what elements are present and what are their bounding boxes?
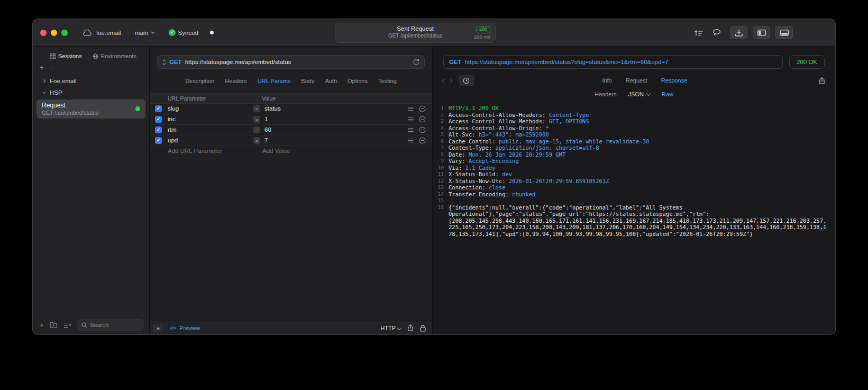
toggle-sidebar-button[interactable] (753, 26, 770, 39)
search-icon (81, 322, 87, 328)
sidebar: Sessions Environments + – Foe. (33, 47, 150, 334)
view-options-icon[interactable] (63, 322, 71, 328)
sidebar-search[interactable] (77, 319, 144, 331)
response-tab-request[interactable]: Request (626, 77, 647, 84)
remove-param-button[interactable] (419, 137, 426, 144)
param-enabled-checkbox[interactable] (155, 137, 162, 144)
add-request-button[interactable]: + (40, 321, 44, 329)
lock-icon[interactable] (420, 324, 426, 332)
request-list-item-selected[interactable]: Request GET /api/embed/status (36, 99, 145, 119)
response-line-8: 8Date: Mon, 26 Jan 2026 20:29:59 GMT (436, 151, 828, 158)
sidebar-search-input[interactable] (90, 322, 140, 328)
tab-environments[interactable]: Environments (93, 53, 136, 59)
sync-status[interactable]: Synced (169, 29, 198, 36)
param-enabled-checkbox[interactable] (155, 105, 162, 112)
sent-request-pill[interactable]: Sent Request 200 GET /api/embed/status 2… (335, 23, 496, 43)
editor-tab-testing[interactable]: Testing (378, 78, 397, 84)
line-number: 7 (436, 144, 449, 151)
branch-selector[interactable]: main (135, 30, 155, 36)
new-folder-button[interactable] (50, 322, 58, 328)
import-request-button[interactable] (730, 26, 747, 39)
param-value-field[interactable]: 7 (264, 137, 268, 144)
collapse-editor-button[interactable] (153, 324, 163, 332)
zoom-window-button[interactable] (61, 30, 68, 36)
param-name-field[interactable]: inc (168, 116, 176, 122)
editor-tab-options[interactable]: Options (348, 78, 368, 84)
tree-group-foe-email[interactable]: Foe.email (33, 75, 149, 87)
param-value-field[interactable]: 1 (264, 116, 268, 123)
line-number: 9 (436, 158, 449, 165)
response-url: https://statuspage.me/api/embed/status?s… (465, 59, 669, 65)
value-type-icon: = (253, 105, 260, 112)
editor-tab-description[interactable]: Description (185, 78, 214, 84)
remove-session-button[interactable]: – (51, 65, 54, 70)
editor-tab-auth[interactable]: Auth (325, 78, 337, 84)
tab-sessions[interactable]: Sessions (50, 53, 82, 59)
drag-handle-icon[interactable] (408, 106, 414, 111)
response-line-2: 2Access-Control-Allow-Headers: Content-T… (436, 112, 828, 119)
param-enabled-checkbox[interactable] (155, 116, 162, 123)
remove-param-button[interactable] (419, 116, 426, 123)
param-name-field[interactable]: rtm (168, 126, 177, 133)
response-url-field[interactable]: GET https://statuspage.me/api/embed/stat… (443, 55, 783, 69)
remove-param-button[interactable] (419, 105, 426, 112)
share-request-icon[interactable] (407, 324, 414, 332)
lasso-tool-icon[interactable] (712, 29, 721, 37)
drag-handle-icon[interactable] (408, 128, 414, 132)
response-subtab-headers[interactable]: Headers (595, 91, 617, 97)
protocol-selector[interactable]: HTTP (380, 325, 401, 331)
minimize-window-button[interactable] (51, 30, 57, 36)
param-name-field[interactable]: slug (168, 105, 179, 112)
response-tab-response[interactable]: Response (661, 77, 688, 84)
sent-request-subtitle: GET /api/embed/status (335, 33, 495, 39)
tree-group-hsp[interactable]: HSP (33, 87, 149, 98)
toggle-bottom-panel-button[interactable] (775, 26, 793, 39)
param-value-field[interactable]: 60 (264, 126, 271, 133)
add-param-name-placeholder[interactable]: Add URL Parameter (168, 148, 222, 154)
add-param-row[interactable]: Add URL Parameter Add Value (150, 146, 432, 157)
param-value-field[interactable]: status (264, 105, 281, 112)
drag-handle-icon[interactable] (408, 117, 414, 122)
chevron-down-icon (42, 91, 46, 94)
export-response-button[interactable] (815, 75, 829, 86)
add-session-button[interactable]: + (40, 65, 44, 70)
app-window: foe.email main Synced Sent Request 200 G… (32, 19, 836, 335)
add-param-value-placeholder[interactable]: Add Value (262, 148, 290, 154)
remove-param-button[interactable] (419, 126, 426, 133)
preview-button[interactable]: </> Preview (170, 325, 200, 331)
response-line-13: 13Connection: close (436, 184, 828, 191)
response-status-badge: 200 OK (789, 55, 825, 69)
chevron-right-icon (42, 79, 46, 84)
editor-tab-headers[interactable]: Headers (225, 78, 247, 84)
line-number: 14 (436, 191, 449, 198)
environments-globe-icon (93, 53, 98, 59)
editor-tab-url-params[interactable]: URL Params (258, 78, 291, 84)
history-back-button[interactable]: ‹ (439, 76, 447, 85)
resend-request-button[interactable] (413, 59, 419, 66)
line-number: 3 (436, 118, 449, 125)
line-number: 16 (436, 204, 449, 238)
line-number: 13 (436, 184, 449, 191)
request-method[interactable]: GET (169, 59, 182, 65)
preview-label: Preview (179, 325, 200, 331)
response-subtab-json[interactable]: JSON (628, 91, 650, 97)
param-name-field[interactable]: upd (168, 137, 178, 143)
request-url-bar[interactable]: GET https://statuspage.me/api/embed/stat… (157, 55, 425, 69)
close-window-button[interactable] (40, 30, 47, 36)
response-subtab-raw[interactable]: Raw (662, 91, 673, 97)
sessions-grid-icon (50, 53, 56, 59)
response-viewer: GET https://statuspage.me/api/embed/stat… (433, 47, 835, 334)
drag-handle-icon[interactable] (408, 138, 414, 143)
editor-tab-body[interactable]: Body (301, 78, 314, 84)
param-enabled-checkbox[interactable] (155, 126, 162, 133)
sort-requests-icon[interactable] (694, 29, 703, 37)
history-clock-button[interactable] (459, 75, 474, 86)
param-row-inc: inc=1 (150, 114, 432, 125)
sync-status-label: Synced (178, 30, 198, 36)
project-name[interactable]: foe.email (96, 30, 121, 36)
response-tab-info[interactable]: Info (602, 77, 611, 84)
request-url[interactable]: https://statuspage.me/api/embed/status (185, 59, 409, 65)
line-number: 6 (436, 138, 449, 145)
history-forward-button[interactable]: › (447, 76, 455, 85)
method-selector-icon[interactable] (162, 59, 166, 65)
